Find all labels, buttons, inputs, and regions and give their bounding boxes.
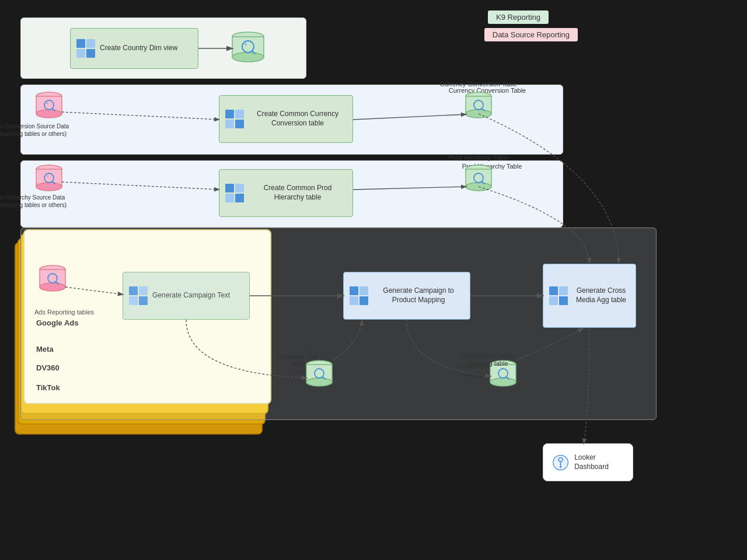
- generate-campaign-mapping-label: Generate Campaign to Product Mapping: [373, 286, 464, 304]
- looker-dashboard-label: Looker Dashboard: [574, 453, 623, 471]
- fivetran-icon-cross-media: [549, 286, 568, 305]
- generate-cross-media-label: Generate Cross Media Agg table: [573, 286, 630, 304]
- fivetran-icon-currency: [225, 110, 244, 128]
- looker-icon: [553, 453, 568, 472]
- create-currency-box[interactable]: Create Common Currency Conversion table: [219, 95, 353, 143]
- fivetran-icon-campaign-map: [350, 286, 368, 305]
- create-prod-hierarchy-box[interactable]: Create Common Prod Hierarchy table: [219, 169, 353, 217]
- create-country-dim-label: Create Country Dim view: [100, 44, 177, 53]
- campaign-text-table-label: Campaign Text table: [287, 368, 340, 386]
- create-currency-label: Create Common Currency Conversion table: [249, 110, 347, 128]
- fivetran-icon-country: [76, 39, 95, 58]
- generate-cross-media-box[interactable]: Generate Cross Media Agg table: [543, 264, 636, 328]
- campaign-product-mapping-label: Campaign Product Mapping table: [449, 362, 519, 380]
- create-country-dim-box[interactable]: Create Country Dim view: [70, 28, 198, 69]
- generate-campaign-mapping-box[interactable]: Generate Campaign to Product Mapping: [343, 272, 470, 320]
- currency-table-label: Currency Conversion Table: [444, 86, 531, 95]
- diagram-area: K9 Reporting Data Source Reporting Creat…: [0, 0, 747, 560]
- looker-dashboard-box[interactable]: Looker Dashboard: [543, 443, 633, 481]
- create-prod-hierarchy-label: Create Common Prod Hierarchy table: [249, 184, 347, 202]
- fivetran-icon-prod: [225, 184, 244, 202]
- svg-point-3: [560, 466, 561, 467]
- data-source-reporting-label: Data Source Reporting: [484, 28, 578, 41]
- prod-hierarchy-table-label: Prod Hierarchy Table: [448, 162, 536, 171]
- k9-reporting-label: K9 Reporting: [488, 10, 549, 24]
